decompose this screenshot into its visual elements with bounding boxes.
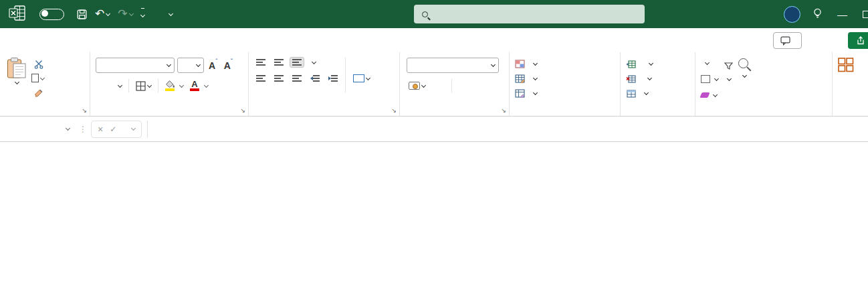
conditional-formatting-button[interactable] (515, 58, 620, 70)
ribbon-group-styles (510, 52, 621, 116)
borders-icon[interactable] (134, 80, 153, 92)
excel-app-icon[interactable] (9, 5, 25, 23)
ribbon-group-editing (695, 52, 833, 116)
comma-style-icon[interactable] (442, 84, 446, 87)
name-box[interactable] (5, 121, 75, 137)
increase-indent-icon[interactable] (326, 74, 340, 83)
ribbon-group-number: ↘ (400, 52, 510, 116)
share-button[interactable] (848, 32, 868, 49)
fill-color-icon[interactable] (163, 79, 177, 92)
align-right-icon[interactable] (290, 74, 304, 83)
redo-button[interactable]: ↷ (114, 7, 136, 21)
delete-cells-icon (626, 75, 636, 83)
delete-cells-button[interactable] (626, 72, 695, 85)
find-icon (738, 58, 748, 68)
copy-icon[interactable] (31, 74, 46, 84)
accounting-format-icon[interactable] (407, 80, 427, 91)
font-dialog-launcher[interactable]: ↘ (240, 107, 245, 114)
addins-button[interactable] (833, 52, 868, 75)
ribbon-tab-row (0, 28, 868, 52)
ribbon-group-addins (833, 52, 868, 116)
cancel-icon[interactable]: × (98, 124, 103, 135)
decrease-font-icon[interactable]: Aˇ (222, 60, 235, 71)
spreadsheet-grid (0, 142, 868, 284)
insert-cells-icon (626, 60, 636, 68)
ribbon-group-cells (621, 52, 695, 116)
format-as-table-button[interactable] (515, 72, 620, 85)
font-color-icon[interactable]: A (188, 79, 201, 92)
italic-button[interactable] (106, 84, 110, 87)
format-as-table-icon (515, 74, 525, 83)
ribbon: ↘ Aˆ Aˇ A ↘ (0, 52, 868, 117)
sort-filter-button[interactable] (724, 57, 733, 101)
decrease-decimal-icon[interactable] (467, 84, 471, 87)
fill-button[interactable] (701, 73, 718, 85)
underline-button[interactable] (114, 82, 124, 90)
autosave-toggle[interactable] (39, 9, 64, 20)
autosum-button[interactable] (701, 57, 718, 69)
number-format-select[interactable] (407, 58, 499, 73)
increase-decimal-icon[interactable] (457, 84, 461, 87)
ribbon-group-alignment: ↘ (249, 52, 400, 116)
cut-icon[interactable] (31, 58, 46, 70)
clear-button[interactable] (701, 89, 718, 101)
merge-center-icon[interactable] (351, 73, 372, 84)
minimize-button[interactable]: — (835, 9, 850, 20)
share-icon (856, 36, 865, 45)
insert-cells-button[interactable] (626, 58, 695, 70)
find-select-button[interactable] (738, 57, 748, 101)
undo-button[interactable]: ↶ (92, 7, 113, 21)
lightbulb-icon[interactable] (813, 8, 822, 21)
formula-bar: ⋮ × ✓ (0, 117, 868, 142)
align-bottom-icon[interactable] (290, 58, 304, 67)
restore-window-button[interactable] (863, 11, 868, 18)
cell-styles-icon (515, 89, 525, 98)
font-size-select[interactable] (177, 58, 204, 73)
comment-icon (780, 36, 790, 46)
bold-button[interactable] (97, 84, 101, 87)
wrap-text-icon[interactable] (351, 58, 372, 65)
decrease-indent-icon[interactable] (308, 74, 322, 83)
clipboard-icon (7, 57, 27, 79)
format-cells-icon (626, 90, 636, 98)
quick-access-toolbar: ↶ ↷ (74, 5, 148, 23)
customize-qat-button[interactable] (138, 5, 148, 23)
filter-funnel-icon (724, 62, 733, 70)
format-cells-button[interactable] (626, 87, 695, 100)
cell-styles-button[interactable] (515, 87, 620, 100)
font-name-select[interactable] (96, 58, 175, 73)
ribbon-group-clipboard: ↘ (0, 52, 90, 116)
increase-font-icon[interactable]: Aˆ (207, 60, 219, 71)
search-input[interactable] (414, 5, 645, 23)
search-icon (422, 11, 428, 17)
alignment-dialog-launcher[interactable]: ↘ (391, 107, 397, 114)
comments-button[interactable] (773, 32, 802, 49)
percent-style-icon[interactable] (433, 84, 437, 87)
align-center-icon[interactable] (272, 74, 286, 83)
formula-input[interactable] (147, 121, 868, 138)
titlebar: ↶ ↷ — (0, 0, 868, 28)
number-dialog-launcher[interactable]: ↘ (501, 107, 506, 114)
ribbon-group-font: Aˆ Aˇ A ↘ (90, 52, 249, 116)
user-avatar[interactable] (784, 6, 800, 23)
clipboard-dialog-launcher[interactable]: ↘ (82, 107, 87, 114)
enter-icon[interactable]: ✓ (110, 125, 116, 134)
align-top-icon[interactable] (254, 58, 267, 67)
conditional-formatting-icon (515, 60, 525, 68)
orientation-icon[interactable] (308, 59, 318, 66)
addins-icon (838, 58, 854, 72)
save-icon[interactable] (74, 7, 90, 22)
format-painter-icon[interactable] (31, 87, 46, 99)
formula-bar-splitter[interactable]: ⋮ (79, 125, 87, 134)
paste-button[interactable] (7, 57, 27, 99)
align-left-icon[interactable] (254, 74, 267, 83)
document-title[interactable] (162, 12, 173, 17)
align-middle-icon[interactable] (272, 58, 286, 67)
